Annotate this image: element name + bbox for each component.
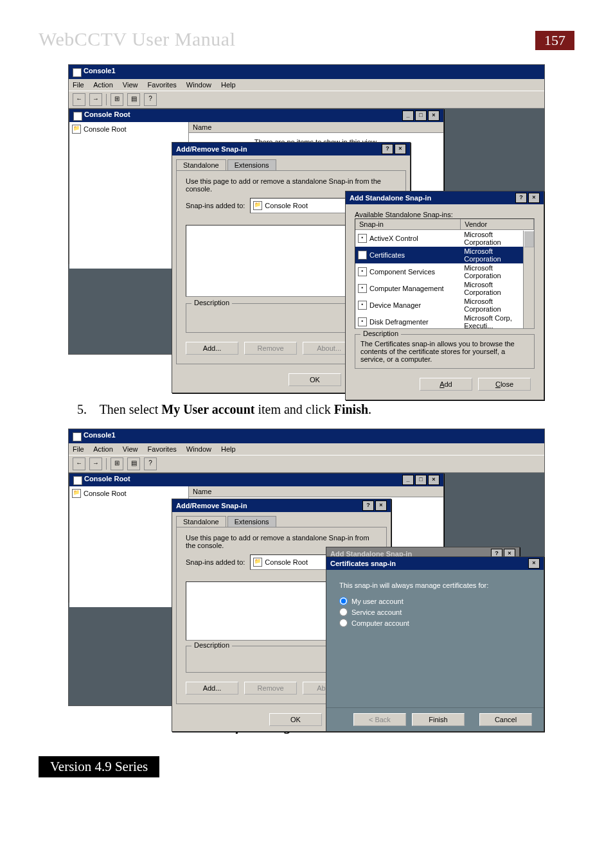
tab-extensions[interactable]: Extensions: [227, 516, 276, 527]
tab-standalone[interactable]: Standalone: [176, 516, 226, 527]
snapin-name: Device Manager: [369, 301, 421, 309]
maximize-button[interactable]: □: [415, 475, 427, 485]
radio-input[interactable]: [339, 619, 348, 627]
page-header-title: WebCCTV User Manual: [39, 28, 235, 50]
dialog-close-button[interactable]: ×: [528, 193, 540, 203]
description-group-title: Description: [191, 299, 232, 306]
back-button[interactable]: < Back: [353, 713, 406, 726]
nav-forward-button[interactable]: →: [89, 457, 102, 470]
radio-service-account[interactable]: Service account: [339, 608, 531, 616]
radio-computer-account[interactable]: Computer account: [339, 619, 531, 627]
dialog-close-button[interactable]: ×: [395, 144, 406, 154]
close-button[interactable]: ×: [428, 111, 440, 121]
tab-standalone[interactable]: Standalone: [176, 159, 226, 170]
add-button[interactable]: Add: [420, 378, 472, 391]
snapin-list-row[interactable]: ▪Device ManagerMicrosoft Corporation: [355, 297, 534, 314]
inner-window-title: Console Root: [84, 475, 130, 483]
inner-window-title: Console Root: [84, 111, 130, 118]
list-column-name[interactable]: Name: [189, 122, 443, 133]
toolbar-help-button[interactable]: ?: [144, 457, 157, 470]
toolbar: ← → ⊞ ▤ ?: [69, 455, 544, 473]
folder-icon: 📁: [253, 201, 262, 210]
column-snapin[interactable]: Snap-in: [355, 219, 461, 229]
maximize-button[interactable]: □: [415, 111, 427, 121]
page-number: 157: [535, 31, 574, 50]
inner-window-titlebar: ▦ Console Root _ □ ×: [69, 474, 443, 486]
menubar: File Action View Favorites Window Help: [69, 79, 544, 91]
snapin-icon: ▪: [358, 284, 367, 293]
toolbar-export-button[interactable]: ▤: [127, 457, 140, 470]
snapins-added-to-label: Snap-ins added to:: [186, 202, 245, 209]
tree-pane: 📁 Console Root: [69, 122, 188, 269]
dialog-close-button[interactable]: ×: [375, 500, 387, 511]
cancel-button[interactable]: Cancel: [479, 713, 532, 726]
inner-window-titlebar: ▦ Console Root _ □ ×: [69, 109, 443, 122]
menu-favorites[interactable]: Favorites: [148, 445, 177, 453]
tree-item-console-root[interactable]: 📁 Console Root: [72, 489, 186, 498]
snapin-icon: ▪: [358, 251, 367, 260]
snapin-name: ActiveX Control: [369, 235, 418, 242]
remove-button[interactable]: Remove: [244, 682, 297, 695]
minimize-button[interactable]: _: [402, 111, 414, 121]
column-vendor[interactable]: Vendor: [461, 219, 534, 229]
menubar: File Action View Favorites Window Help: [69, 443, 544, 455]
menu-window[interactable]: Window: [186, 81, 211, 89]
menu-file[interactable]: File: [73, 81, 84, 89]
snapin-list-row[interactable]: ▪ActiveX ControlMicrosoft Corporation: [355, 230, 534, 247]
nav-back-button[interactable]: ←: [73, 457, 85, 470]
radio-my-user-account[interactable]: My user account: [339, 597, 531, 605]
minimize-button[interactable]: _: [402, 475, 414, 485]
tab-extensions[interactable]: Extensions: [227, 159, 276, 170]
toolbar-properties-button[interactable]: ⊞: [111, 457, 123, 470]
nav-back-button[interactable]: ←: [73, 93, 85, 106]
menu-view[interactable]: View: [123, 81, 138, 89]
menu-help[interactable]: Help: [221, 81, 236, 89]
toolbar-properties-button[interactable]: ⊞: [111, 93, 123, 106]
add-standalone-titlebar: Add Standalone Snap-in ? ×: [346, 191, 544, 204]
menu-help[interactable]: Help: [221, 445, 236, 453]
radio-input[interactable]: [339, 597, 348, 605]
scrollbar-vertical[interactable]: [523, 231, 534, 328]
close-button[interactable]: ×: [428, 475, 440, 485]
nav-forward-button[interactable]: →: [89, 93, 102, 106]
menu-action[interactable]: Action: [93, 445, 113, 453]
snapin-icon: ▪: [358, 317, 367, 326]
list-column-name[interactable]: Name: [189, 486, 443, 497]
dialog-help-button[interactable]: ?: [382, 144, 393, 154]
remove-button[interactable]: Remove: [244, 342, 297, 355]
add-remove-titlebar: Add/Remove Snap-in ? ×: [172, 143, 410, 155]
dialog-help-button[interactable]: ?: [362, 500, 374, 511]
menu-file[interactable]: File: [73, 445, 84, 453]
snapin-list-row[interactable]: ▪Computer ManagementMicrosoft Corporatio…: [355, 280, 534, 297]
close-button[interactable]: Close: [478, 378, 531, 391]
app-icon: ▦: [73, 68, 82, 77]
toolbar-help-button[interactable]: ?: [144, 93, 157, 106]
dialog-help-button[interactable]: ?: [515, 193, 527, 203]
add-button[interactable]: Add...: [186, 682, 238, 695]
menu-action[interactable]: Action: [93, 81, 113, 89]
ok-button[interactable]: OK: [269, 713, 322, 726]
tree-item-console-root[interactable]: 📁 Console Root: [72, 125, 186, 134]
snapin-list-row[interactable]: ▪CertificatesMicrosoft Corporation: [355, 247, 534, 263]
console-root-icon: ▦: [73, 112, 82, 121]
menu-window[interactable]: Window: [186, 445, 211, 453]
dialog-close-button[interactable]: ×: [528, 558, 540, 569]
snapin-list-row[interactable]: ▪Component ServicesMicrosoft Corporation: [355, 263, 534, 280]
snapin-list-row[interactable]: ▪Disk DefragmenterMicrosoft Corp, Execut…: [355, 314, 534, 329]
available-snapins-list[interactable]: Snap-in Vendor ▪ActiveX ControlMicrosoft…: [355, 218, 535, 329]
ok-button[interactable]: OK: [289, 373, 341, 386]
toolbar-export-button[interactable]: ▤: [127, 93, 140, 106]
snapin-name: Disk Defragmenter: [369, 318, 429, 326]
snapin-description-text: The Certificates snap-in allows you to b…: [360, 340, 529, 363]
finish-button[interactable]: Finish: [412, 713, 465, 726]
scrollbar-thumb[interactable]: [524, 231, 534, 247]
add-standalone-title: Add Standalone Snap-in: [350, 194, 431, 202]
snapin-icon: ▪: [358, 301, 367, 310]
folder-icon: 📁: [72, 489, 81, 498]
add-button[interactable]: Add...: [186, 342, 238, 355]
menu-favorites[interactable]: Favorites: [148, 81, 177, 89]
description-group-title: Description: [360, 330, 401, 337]
menu-view[interactable]: View: [123, 445, 138, 453]
radio-input[interactable]: [339, 608, 348, 616]
cert-wizard-prompt: This snap-in will always manage certific…: [339, 581, 531, 589]
